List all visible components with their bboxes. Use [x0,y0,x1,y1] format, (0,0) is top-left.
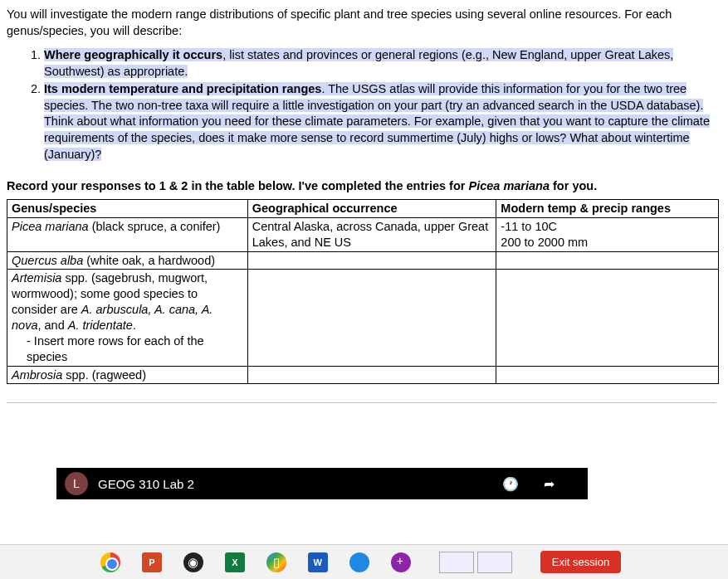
word-icon[interactable]: W [306,551,330,574]
thumbnail[interactable] [477,552,512,573]
watch-later-icon[interactable]: 🕐 [502,476,519,492]
table-header-row: Genus/species Geographical occurrence Mo… [7,200,719,218]
powerpoint-icon[interactable]: P [140,551,164,574]
table-row: Quercus alba (white oak, a hardwood) [7,251,719,270]
species-table: Genus/species Geographical occurrence Mo… [7,199,719,384]
video-avatar: L [65,472,88,495]
cell-species-4: Ambrosia spp. (ragweed) [7,366,248,384]
list-item-1: Where geographically it occurs, list sta… [44,47,716,80]
col-geo: Geographical occurrence [247,200,496,218]
cell-temp-3[interactable] [496,270,719,366]
app-icon-purple[interactable] [389,551,413,574]
obs-icon[interactable]: ◉ [182,551,205,574]
cell-temp-1: -11 to 10C200 to 2000 mm [496,217,719,251]
item2-bold: Its modern temperature and precipitation… [44,82,321,95]
table-row: Picea mariana (black spruce, a conifer) … [7,217,719,251]
session-thumbnails[interactable] [439,552,512,573]
cell-geo-1: Central Alaska, across Canada, upper Gre… [247,217,496,251]
excel-icon[interactable]: X [223,551,247,574]
record-species: Picea mariana [468,179,550,192]
cell-geo-4[interactable] [247,366,496,384]
cell-geo-2[interactable] [247,251,496,270]
thumbnail[interactable] [439,552,474,573]
record-suffix: for you. [550,179,597,192]
share-icon[interactable]: ➦ [544,476,555,492]
item1-bold: Where geographically it occurs [44,48,222,61]
col-temp: Modern temp & precip ranges [496,200,719,218]
col-genus: Genus/species [7,200,248,218]
intro-text: You will investigate the modern range di… [7,7,716,39]
cell-species-1: Picea mariana (black spruce, a conifer) [7,217,248,251]
table-row: Artemisia spp. (sagebrush, mugwort, worm… [7,270,719,366]
list-item-2: Its modern temperature and precipitation… [44,81,716,163]
meet-icon[interactable]: ▯ [265,551,288,574]
cell-species-2: Quercus alba (white oak, a hardwood) [7,251,248,270]
video-title: GEOG 310 Lab 2 [98,477,194,491]
cell-geo-3[interactable] [247,270,496,366]
instructions-list: Where geographically it occurs, list sta… [44,47,716,163]
cell-temp-2[interactable] [496,251,719,270]
video-embed-bar[interactable]: L GEOG 310 Lab 2 🕐 ➦ [56,468,588,499]
cell-species-3: Artemisia spp. (sagebrush, mugwort, worm… [7,270,248,366]
exit-session-button[interactable]: Exit session [540,551,621,573]
insert-rows-note: - Insert more rows for each of the speci… [12,333,243,365]
chrome-icon[interactable] [99,551,122,574]
app-icon-blue[interactable] [348,551,371,574]
cell-temp-4[interactable] [496,366,719,384]
table-row: Ambrosia spp. (ragweed) [7,366,719,384]
record-prefix: Record your responses to 1 & 2 in the ta… [7,179,468,192]
document-content: You will investigate the modern range di… [0,0,728,411]
separator [7,402,716,403]
record-instruction: Record your responses to 1 & 2 in the ta… [7,179,716,192]
taskbar: P ◉ X ▯ W Exit session [0,544,728,579]
